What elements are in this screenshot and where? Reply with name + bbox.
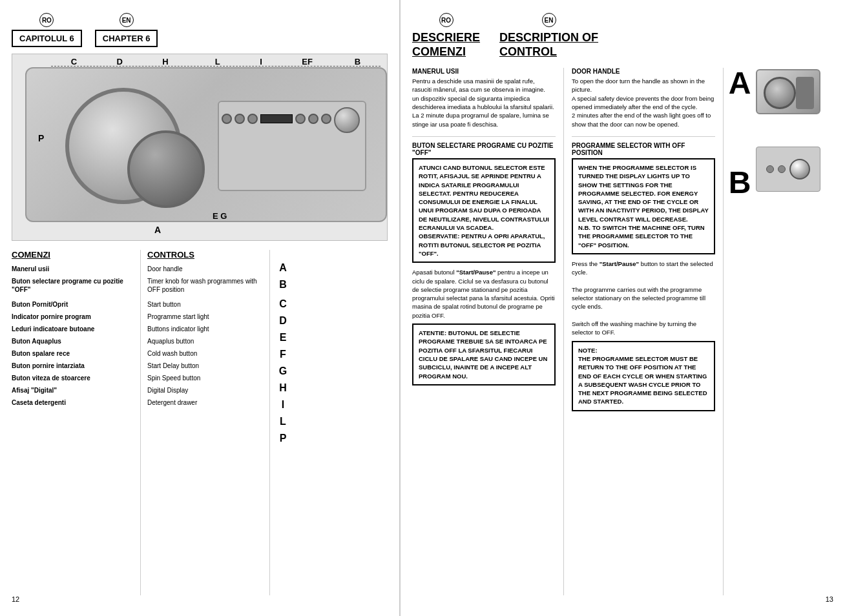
page-num-right: 13: [412, 595, 833, 603]
ro-header: RO CAPITOLUL 6: [12, 13, 82, 47]
highlight-box-2-en: NOTE: THE PROGRAMME SELECTOR MUST BE RET…: [572, 341, 715, 411]
big-letter-b: B: [729, 167, 751, 198]
en-right-header: EN DESCRIPTION OF CONTROL: [499, 13, 598, 59]
ctrl-row-3: Indicator pornire program: [12, 313, 134, 321]
en-badge-right: EN: [542, 13, 556, 27]
ctrl-row-6: Buton spalare rece: [12, 349, 134, 358]
letter-a: A: [279, 263, 287, 273]
page-num-left: 12: [12, 595, 388, 603]
ctrl-row-9: Afisaj "Digital": [12, 386, 134, 395]
label-ef: EF: [302, 57, 313, 67]
letter-c: C: [279, 299, 287, 309]
controls-title-en: CONTROLS: [147, 250, 263, 260]
label-c: C: [71, 57, 77, 67]
label-b: B: [352, 57, 360, 67]
letter-f: F: [280, 349, 286, 360]
controls-col-en: CONTROLS Door handle Timer knob for wash…: [141, 250, 270, 595]
letter-h: H: [279, 383, 287, 393]
letter-p: P: [280, 433, 287, 444]
diagram-top-labels: C D H L I EF B: [51, 57, 381, 67]
door-handle-image-area: [756, 69, 833, 114]
ro-badge-right: RO: [439, 13, 454, 27]
machine-body: P: [25, 67, 387, 222]
highlight-box-1-en: WHEN THE PROGRAMME SELECTOR IS TURNED TH…: [572, 158, 715, 254]
ctrl-en-1: Timer knob for wash programmes with OFF …: [147, 277, 263, 294]
ctrl-row-1: Buton selectare programe cu pozitie "OFF…: [12, 277, 134, 294]
ctrl-en-0: Door handle: [147, 265, 263, 273]
en-badge: EN: [120, 13, 134, 27]
right-header: RO DESCRIERE COMENZI EN DESCRIPTION OF C…: [412, 13, 833, 59]
desc-b-ro: BUTON SELECTARE PROGRAME CU POZITIE "OFF…: [412, 142, 556, 385]
letter-i: I: [282, 400, 284, 410]
selector-image-area: [756, 147, 833, 192]
en-header: EN CHAPTER 6: [95, 13, 158, 47]
left-page: RO CAPITOLUL 6 EN CHAPTER 6 C D H L I EF…: [0, 0, 401, 616]
ro-badge: RO: [39, 13, 54, 27]
right-col-en: DOOR HANDLE To open the door turn the ha…: [564, 68, 724, 595]
desc-a-en: DOOR HANDLE To open the door turn the ha…: [572, 68, 715, 128]
programme-selector-title: PROGRAMME SELECTOR WITH OFF POSITION: [572, 142, 715, 156]
ctrl-row-8: Buton viteza de stoarcere: [12, 374, 134, 382]
door-handle-title: DOOR HANDLE: [572, 68, 715, 75]
label-d: D: [116, 57, 122, 67]
section-title-en: DESCRIPTION OF CONTROL: [499, 31, 598, 59]
controls-section: COMENZI Manerul usii Buton selectare pro…: [12, 250, 388, 595]
label-a-diagram: A: [154, 225, 161, 235]
ctrl-row-2: Buton Pornit/Oprit: [12, 300, 134, 309]
controls-title-ro: COMENZI: [12, 250, 134, 260]
buton-selector-title: BUTON SELECTARE PROGRAME CU POZITIE "OFF…: [412, 142, 556, 156]
ctrl-en-5: Aquaplus button: [147, 337, 263, 345]
highlight-box-2-ro: ATENTIE: BUTONUL DE SELECTIE PROGRAME TR…: [412, 323, 556, 385]
label-i: I: [260, 57, 262, 67]
ctrl-en-3: Programme start light: [147, 313, 263, 321]
left-header: RO CAPITOLUL 6 EN CHAPTER 6: [12, 13, 388, 47]
label-l: L: [208, 57, 220, 67]
divider-2: [572, 136, 715, 137]
ctrl-row-7: Buton pornire intarziata: [12, 362, 134, 370]
ctrl-en-9: Digital Display: [147, 386, 263, 395]
label-h: H: [162, 57, 168, 67]
letter-b: B: [279, 280, 287, 290]
letter-l: L: [280, 416, 286, 427]
controls-col-letter: A B C D E F G H I L P: [270, 250, 296, 595]
right-col-letter: A B: [724, 68, 756, 595]
machine-door: [65, 88, 182, 204]
right-content: MANERUL USII Pentru a deschide usa masin…: [412, 68, 833, 595]
right-col-ro: MANERUL USII Pentru a deschide usa masin…: [412, 68, 564, 595]
chapter-ro: CAPITOLUL 6: [12, 30, 82, 47]
ro-right-header: RO DESCRIERE COMENZI: [412, 13, 480, 59]
ctrl-row-5: Buton Aquaplus: [12, 337, 134, 345]
door-handle-text: To open the door turn the handle as show…: [572, 77, 715, 128]
manerul-usii-title: MANERUL USII: [412, 68, 556, 75]
desc-a-ro: MANERUL USII Pentru a deschide usa masin…: [412, 68, 556, 128]
ctrl-en-7: Start Delay button: [147, 362, 263, 370]
buton-selector-text2: Apasati butonul "Start/Pause" pentru a i…: [412, 268, 556, 320]
selector-image: [756, 147, 820, 192]
right-page: RO DESCRIERE COMENZI EN DESCRIPTION OF C…: [401, 0, 845, 616]
divider-1: [412, 136, 556, 137]
right-col-images: [756, 68, 833, 595]
letter-d: D: [279, 316, 287, 326]
ctrl-row-4: Leduri indicatoare butoane: [12, 325, 134, 333]
ctrl-en-4: Buttons indicator light: [147, 325, 263, 333]
ctrl-row-0: Manerul usii: [12, 265, 134, 273]
ctrl-en-8: Spin Speed button: [147, 374, 263, 382]
machine-diagram: C D H L I EF B P: [12, 54, 388, 241]
label-p-diagram: P: [38, 133, 44, 143]
door-handle-image: [756, 69, 820, 114]
ctrl-en-6: Cold wash button: [147, 349, 263, 358]
manerul-usii-text: Pentru a deschide usa masinii de spalat …: [412, 77, 556, 128]
ctrl-en-2: Start button: [147, 300, 263, 309]
section-title-ro: DESCRIERE COMENZI: [412, 31, 480, 59]
ctrl-en-10: Detergent drawer: [147, 398, 263, 407]
label-eg: E G: [213, 211, 227, 221]
chapter-en: CHAPTER 6: [95, 30, 158, 47]
big-letter-a: A: [729, 68, 751, 99]
letter-g: G: [279, 366, 287, 376]
programme-selector-text2: Press the "Start/Pause" button to start …: [572, 260, 715, 337]
machine-door-inner: [127, 130, 205, 208]
highlight-box-1-ro: ATUNCI CAND BUTONUL SELECTOR ESTE ROTIT,…: [412, 158, 556, 263]
letter-e: E: [280, 333, 287, 343]
controls-col-ro: COMENZI Manerul usii Buton selectare pro…: [12, 250, 141, 595]
control-panel-area: [218, 101, 366, 191]
